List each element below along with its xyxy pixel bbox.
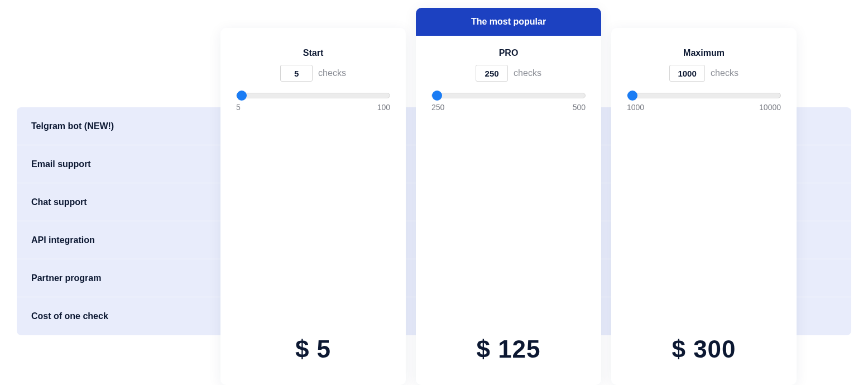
plan-card-max: Maximum checks 1000 10000 — [611, 28, 797, 385]
plan-title: Start — [236, 48, 390, 58]
checks-slider-max[interactable] — [627, 93, 781, 98]
slider-thumb-icon[interactable] — [432, 91, 442, 101]
plan-title: Maximum — [627, 48, 781, 58]
feature-label-telegram: Telgram bot (NEW!) — [17, 121, 222, 131]
slider-thumb-icon[interactable] — [237, 91, 247, 101]
slider-max: 500 — [573, 103, 586, 112]
feature-label-email: Email support — [17, 159, 222, 169]
price-start: $ 5 — [220, 335, 406, 363]
plan-title: PRO — [431, 48, 586, 58]
checks-label: checks — [514, 68, 541, 78]
price-max: $ 300 — [611, 335, 797, 363]
checks-input-start[interactable] — [280, 65, 313, 82]
feature-label-partner: Partner program — [17, 273, 222, 283]
slider-max: 100 — [377, 103, 390, 112]
feature-label-cost: Cost of one check — [17, 311, 222, 321]
feature-label-chat: Chat support — [17, 197, 222, 207]
slider-thumb-icon[interactable] — [627, 91, 637, 101]
plan-card-start: Start checks 5 100 — [220, 28, 406, 385]
checks-slider-start[interactable] — [236, 93, 390, 98]
popular-banner: The most popular — [416, 8, 601, 36]
slider-max: 10000 — [759, 103, 781, 112]
checks-input-max[interactable] — [669, 65, 705, 82]
price-pro: $ 125 — [416, 335, 601, 363]
slider-min: 250 — [431, 103, 444, 112]
checks-label: checks — [318, 68, 346, 78]
feature-label-api: API integration — [17, 235, 222, 245]
slider-min: 1000 — [627, 103, 644, 112]
checks-slider-pro[interactable] — [431, 93, 586, 98]
slider-min: 5 — [236, 103, 241, 112]
checks-input-pro[interactable] — [476, 65, 508, 82]
plan-card-pro: The most popular PRO checks 250 500 — [416, 8, 601, 385]
checks-label: checks — [711, 68, 738, 78]
